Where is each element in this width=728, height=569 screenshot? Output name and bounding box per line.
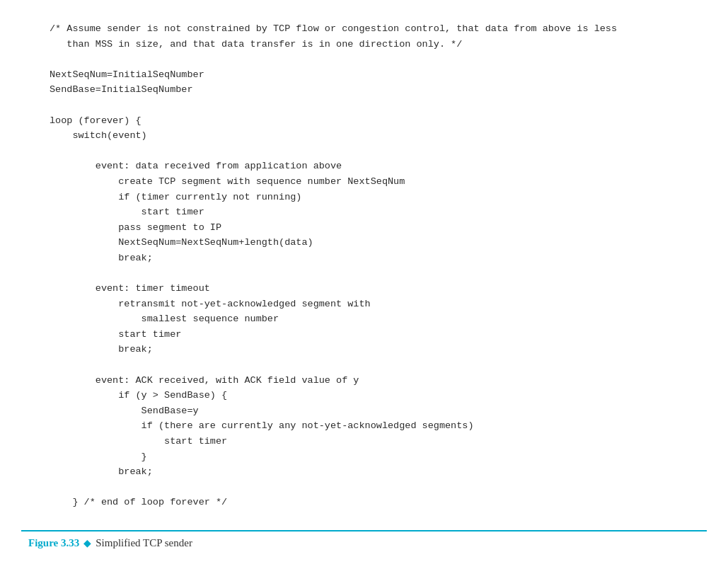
figure-caption: Figure 3.33 ◆ Simplified TCP sender [21,530,707,549]
code-content: /* Assume sender is not constrained by T… [21,14,707,517]
figure-label: Figure 3.33 [28,537,79,549]
figure-diamond-icon: ◆ [83,537,91,549]
figure-title: Simplified TCP sender [96,537,192,549]
code-container: /* Assume sender is not constrained by T… [21,14,707,517]
